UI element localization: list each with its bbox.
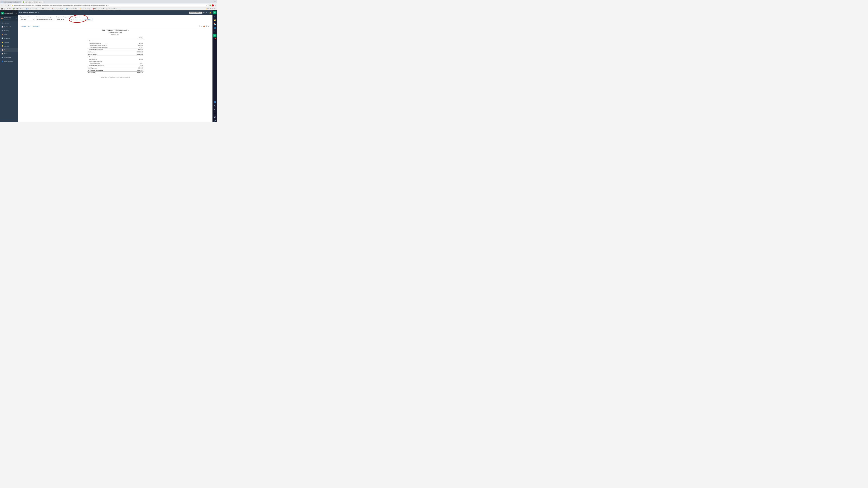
- forward-button[interactable]: →: [4, 4, 7, 6]
- close-button[interactable]: ✕: [214, 1, 216, 3]
- tab-1-title: Reply to message - QuickBooks...: [4, 1, 19, 2]
- win-taskbar-store[interactable]: 🏪: [213, 22, 217, 26]
- bookmark-pdfescape[interactable]: 🔴 PDFescape - Free P...: [92, 8, 105, 10]
- tab-1-close[interactable]: ✕: [20, 1, 21, 3]
- edit-company-icon[interactable]: ✎: [127, 30, 129, 31]
- help-button[interactable]: ?: [208, 12, 209, 13]
- add-button[interactable]: ⊕: [203, 12, 205, 13]
- settings-report-button[interactable]: ⚙: [206, 25, 207, 27]
- bookmark-apps[interactable]: ⬛ Apps: [1, 8, 6, 10]
- sidebar-item-my-accountant[interactable]: 👤 My Accountant: [0, 59, 18, 63]
- win-cloud-icon[interactable]: ☁: [213, 111, 217, 115]
- mail-badge: 33: [215, 38, 216, 39]
- bookmark-volunteer[interactable]: 🤝 How to Volunteer | ...: [79, 8, 92, 10]
- banking-label: Banking: [4, 30, 9, 31]
- run-report-button[interactable]: Run report: [83, 18, 92, 21]
- sidebar-item-workers[interactable]: 👷 Workers: [0, 44, 18, 48]
- sidebar-item-reports[interactable]: 📋 Reports: [0, 48, 18, 52]
- sidebar-item-dashboard[interactable]: 📊 Dashboard: [0, 25, 18, 29]
- show-nonzero-select[interactable]: Active rows/active columns: [36, 18, 54, 21]
- sidebar-item-sales[interactable]: 💰 Sales: [0, 33, 18, 36]
- notifications-button[interactable]: 🔔: [209, 12, 211, 13]
- user-email: john.pero3276@gmail...: [189, 12, 202, 14]
- tab-1[interactable]: 📧 Reply to message - QuickBooks... ✕: [0, 1, 22, 3]
- inbox-icon: 📥: [1, 18, 3, 19]
- bookmark-community[interactable]: 🔵 https://community.i...: [26, 8, 38, 10]
- bookmark-learn-accounting[interactable]: 📚 Learn Accounting O...: [52, 8, 65, 10]
- rental-income-collapse-arrow[interactable]: ▼: [89, 43, 90, 44]
- files-icon: 📁: [214, 19, 216, 22]
- expenses-collapse-arrow[interactable]: ▼: [88, 57, 89, 58]
- bookmark-quickbooks[interactable]: 🟢 QuickBooks Online ...: [12, 8, 25, 10]
- sidebar-item-taxes[interactable]: 📝 Taxes: [0, 52, 18, 56]
- display-columns-select[interactable]: Total Only: [20, 18, 35, 21]
- tab-2-close[interactable]: ✕: [41, 1, 42, 3]
- sidebar-item-accounting[interactable]: 🔢 Accounting: [0, 56, 18, 59]
- volunteer-favicon: 🤝: [80, 8, 81, 10]
- maximize-button[interactable]: □: [212, 1, 213, 3]
- sort-link[interactable]: Sort ▼: [28, 25, 31, 27]
- net-income-amount: $9,673.40: [127, 72, 144, 74]
- settings-button[interactable]: ⚙: [206, 12, 207, 13]
- income-section-amount: [127, 39, 144, 42]
- sidebar-item-expenses[interactable]: 📉 Expenses: [0, 36, 18, 40]
- table-row: ▼ Expenses: [87, 55, 144, 58]
- minimize-button[interactable]: —: [209, 1, 211, 3]
- star-icon[interactable]: ☆: [206, 5, 207, 6]
- reload-button[interactable]: ↻: [8, 4, 10, 6]
- menu-button[interactable]: ⋮: [215, 4, 216, 6]
- compare-period-select-wrapper: Select period ▼: [56, 18, 68, 21]
- bookmark-independent[interactable]: 📋 Independent Contr...: [105, 8, 118, 10]
- cash-radio[interactable]: [70, 20, 71, 20]
- win-taskbar-mail[interactable]: ✉ 33: [213, 38, 217, 41]
- url-text: https://c31.qbo.intuit.com/app/reportv2?…: [14, 5, 206, 6]
- other-expenses-collapse-arrow[interactable]: ▼: [89, 61, 90, 62]
- table-row: 8050 Insurance 298.00: [87, 58, 144, 61]
- win-taskbar-qb1[interactable]: qb: [213, 11, 217, 14]
- qb-logo-text: qb: [2, 12, 3, 14]
- win-link-icon[interactable]: 🔗: [213, 119, 217, 122]
- win-taskbar-qb2[interactable]: qb: [213, 34, 217, 37]
- table-row: GROSS PROFIT $10,035.00: [87, 53, 144, 55]
- print-report-button[interactable]: 🖨: [201, 25, 203, 27]
- win-taskbar-files[interactable]: 📁: [213, 19, 217, 22]
- profile-button[interactable]: J: [212, 4, 214, 6]
- email-report-button[interactable]: ✉: [199, 25, 200, 27]
- win-taskbar-edge[interactable]: ℯ: [213, 15, 217, 18]
- win-people-icon[interactable]: 👥: [213, 100, 217, 103]
- tab-1-favicon: 📧: [2, 1, 3, 3]
- accounting-label: Accounting: [4, 57, 11, 58]
- back-button[interactable]: ←: [1, 4, 3, 6]
- bookmark-more[interactable]: »: [119, 8, 121, 10]
- export-report-button[interactable]: 📤: [203, 25, 205, 27]
- sidebar-item-projects[interactable]: 📁 Projects: [0, 40, 18, 44]
- address-bar[interactable]: 🔒 https://c31.qbo.intuit.com/app/reportv…: [11, 4, 209, 7]
- accrual-radio-group: Accrual: [75, 19, 81, 21]
- sidebar-item-banking[interactable]: 🏦 Banking: [0, 29, 18, 33]
- expenses-section-label: ▼ Expenses: [87, 55, 127, 58]
- accrual-radio[interactable]: [75, 20, 76, 20]
- collapse-panel-button[interactable]: ∧: [208, 25, 209, 27]
- bookmark-other[interactable]: 📁 Other bookmarks: [205, 8, 216, 10]
- sidebar-item-overview[interactable]: ⊞ Overview: [0, 21, 18, 25]
- bookmark-new-tab[interactable]: New Tab: [6, 8, 12, 10]
- win-search-icon[interactable]: 🔍: [213, 104, 217, 107]
- bookmark-pdf[interactable]: 📄 n-15-82.pdf de min...: [38, 8, 51, 10]
- new-tab-button[interactable]: +: [43, 1, 45, 3]
- extensions-button[interactable]: 🧩: [209, 4, 211, 6]
- win-speaker-icon[interactable]: 🔊: [213, 116, 217, 119]
- overview-icon: ⊞: [2, 22, 3, 24]
- total-income-amount: $10,035.00: [127, 51, 144, 53]
- sidebar-menu-button[interactable]: ☰: [16, 12, 17, 14]
- other-expenses-amount: [127, 60, 144, 63]
- collapse-link[interactable]: Collapse: [22, 25, 26, 27]
- income-collapse-arrow[interactable]: ▼: [88, 41, 89, 42]
- add-notes-link[interactable]: Add notes: [33, 25, 38, 27]
- compare-period-select[interactable]: Select period: [56, 18, 67, 21]
- win-back-taskbar[interactable]: ❮: [213, 108, 217, 111]
- win-taskbar-excel[interactable]: X: [213, 30, 217, 33]
- bookmark-czech[interactable]: 🌐 Czech Republic Onli...: [65, 8, 79, 10]
- win-taskbar-chrome[interactable]: 🌐: [213, 26, 217, 30]
- tab-2[interactable]: 🟢 D&D PROPERTY PARTNERS LLC ✕: [22, 1, 43, 3]
- right-taskbar: qb ℯ 📁 🏪 🌐 X qb ✉ 33 👥 🔍: [213, 10, 217, 122]
